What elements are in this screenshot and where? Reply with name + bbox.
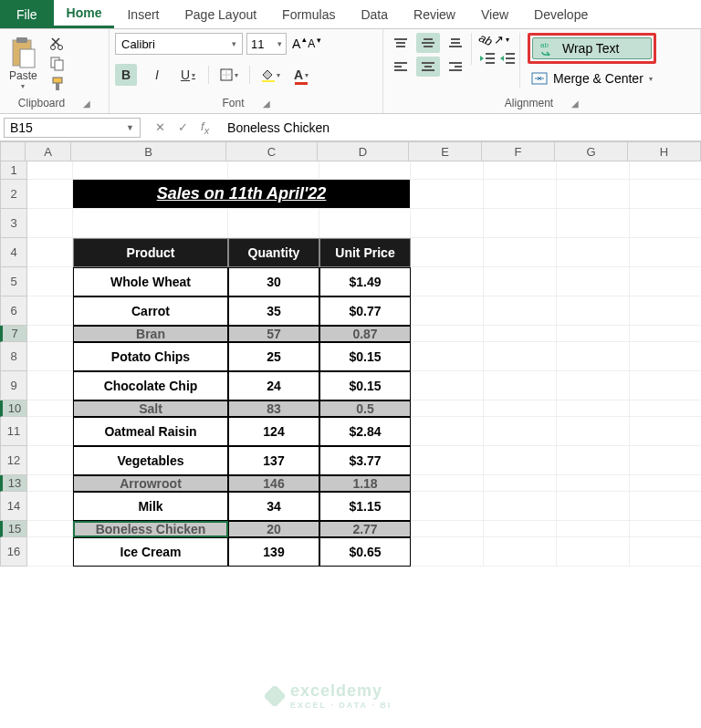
italic-button[interactable]: I [146,64,168,86]
cell[interactable] [27,326,73,342]
column-header-E[interactable]: E [409,141,482,161]
orientation-button[interactable]: ab↗▾ [479,33,516,47]
clipboard-launcher-icon[interactable]: ◢ [83,99,90,109]
merge-center-button[interactable]: Merge & Center ▾ [528,69,656,88]
table-cell[interactable]: Chocolate Chip [73,371,228,400]
table-header[interactable]: Unit Price [319,238,411,267]
cell[interactable] [27,161,73,180]
table-cell[interactable]: 1.18 [319,475,411,492]
cell[interactable] [630,296,701,326]
cell[interactable] [557,537,630,567]
table-cell[interactable]: 25 [228,342,319,371]
cell[interactable] [27,446,73,475]
table-cell[interactable]: Bran [73,326,228,342]
cell[interactable] [557,296,630,326]
table-cell[interactable]: 24 [228,371,319,400]
cell[interactable] [411,342,484,371]
alignment-launcher-icon[interactable]: ◢ [571,99,579,109]
row-header-2[interactable]: 2 [0,180,27,209]
fill-color-button[interactable]: ▾ [259,64,281,86]
name-box[interactable]: B15▼ [4,118,141,138]
cell[interactable] [630,475,701,492]
align-left-button[interactable] [389,57,413,77]
row-header-8[interactable]: 8 [0,342,27,371]
cell[interactable] [630,537,701,567]
cell[interactable] [484,537,557,567]
cell[interactable] [484,326,557,342]
cell[interactable] [630,521,701,537]
table-cell[interactable]: $1.15 [319,492,411,521]
cell[interactable] [630,342,701,371]
cell[interactable] [630,417,701,446]
cell[interactable] [319,209,411,238]
row-header-16[interactable]: 16 [0,537,27,567]
row-header-13[interactable]: 13 [0,475,27,492]
column-header-F[interactable]: F [482,141,555,161]
tab-data[interactable]: Data [348,0,401,28]
row-header-14[interactable]: 14 [0,492,27,521]
row-header-12[interactable]: 12 [0,446,27,475]
row-header-10[interactable]: 10 [0,400,27,417]
table-cell[interactable]: $0.15 [319,371,411,400]
cell[interactable] [557,267,630,296]
cell[interactable] [557,342,630,371]
table-cell[interactable]: 20 [228,521,319,537]
cell[interactable] [484,296,557,326]
column-header-A[interactable]: A [26,141,71,161]
table-header[interactable]: Quantity [228,238,319,267]
cell[interactable] [27,180,73,209]
align-center-button[interactable] [416,57,440,77]
cell[interactable] [411,326,484,342]
cell[interactable] [484,342,557,371]
table-cell[interactable]: 2.77 [319,521,411,537]
row-header-11[interactable]: 11 [0,417,27,446]
format-painter-button[interactable] [48,77,67,91]
table-cell[interactable]: 57 [228,326,319,342]
cell[interactable] [484,492,557,521]
cell[interactable] [27,209,73,238]
cell[interactable] [411,446,484,475]
cell[interactable] [484,209,557,238]
cell[interactable] [27,537,73,567]
cell[interactable] [27,238,73,267]
cell[interactable] [411,180,484,209]
align-top-button[interactable] [389,33,413,53]
tab-view[interactable]: View [468,0,521,28]
cell[interactable] [411,400,484,417]
increase-indent-button[interactable] [499,52,516,65]
cell[interactable] [411,238,484,267]
column-header-C[interactable]: C [226,141,318,161]
formula-input[interactable]: Boneless Chicken [220,119,701,137]
cell[interactable] [411,417,484,446]
cell[interactable] [27,521,73,537]
cell[interactable] [484,161,557,180]
cell[interactable] [411,475,484,492]
cell[interactable] [630,238,701,267]
cell[interactable] [484,238,557,267]
cell[interactable] [27,400,73,417]
table-cell[interactable]: Whole Wheat [73,267,228,296]
cell[interactable] [411,371,484,400]
column-header-G[interactable]: G [555,141,628,161]
table-cell[interactable]: $2.84 [319,417,411,446]
tab-file[interactable]: File [0,0,54,28]
increase-font-button[interactable]: A▴ [290,36,302,51]
cell[interactable] [630,371,701,400]
table-cell[interactable]: Potato Chips [73,342,228,371]
table-cell[interactable]: $0.65 [319,537,411,567]
row-header-1[interactable]: 1 [0,161,27,180]
align-right-button[interactable] [444,57,467,77]
wrap-text-button[interactable]: ab Wrap Text [532,37,652,59]
cell[interactable] [630,180,701,209]
cell[interactable] [557,326,630,342]
cell[interactable] [27,296,73,326]
cell[interactable] [73,209,228,238]
cell[interactable] [411,209,484,238]
table-cell[interactable]: 146 [228,475,319,492]
column-header-H[interactable]: H [628,141,701,161]
cell[interactable] [411,161,484,180]
decrease-indent-button[interactable] [479,52,496,65]
cell[interactable] [484,180,557,209]
column-header-D[interactable]: D [318,141,409,161]
table-cell[interactable]: 0.87 [319,326,411,342]
